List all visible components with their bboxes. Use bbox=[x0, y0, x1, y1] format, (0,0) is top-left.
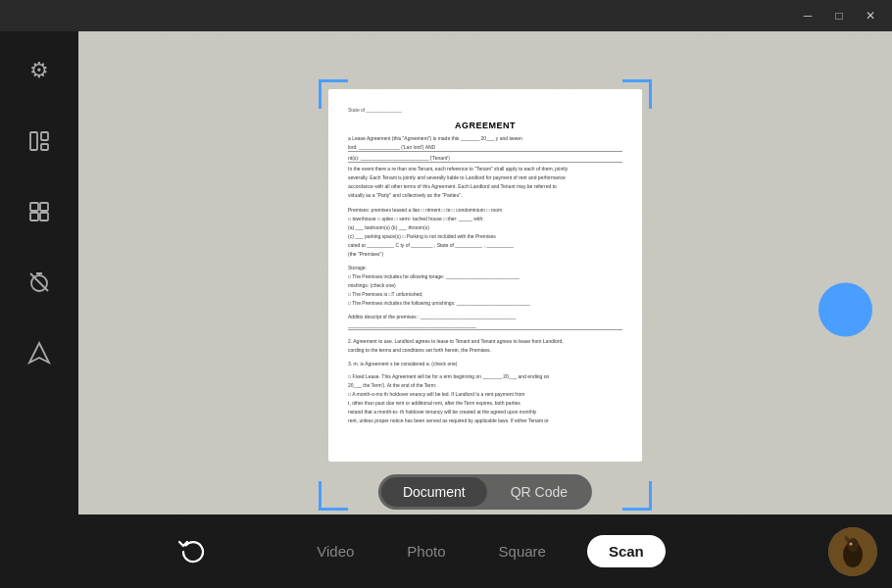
svg-rect-5 bbox=[30, 213, 38, 220]
doc-fixed-6: rent, unless proper notice has been serv… bbox=[348, 417, 622, 424]
document-scan-frame: State of _____________ AGREEMENT a Lease… bbox=[319, 79, 652, 511]
doc-addl-1: Additio descript of the premises : _____… bbox=[348, 314, 622, 320]
doc-premises-6: (the "Premises") bbox=[348, 251, 622, 258]
doc-space-5 bbox=[348, 356, 622, 359]
mode-video[interactable]: Video bbox=[305, 535, 366, 567]
doc-line-tenant: nt(s): _________________________ ('Tenan… bbox=[348, 155, 622, 163]
doc-state-line: State of _____________ bbox=[348, 107, 622, 113]
rotate-button[interactable] bbox=[172, 530, 215, 573]
doc-space-4 bbox=[348, 333, 622, 336]
doc-space-6 bbox=[348, 369, 622, 371]
doc-space-2 bbox=[348, 260, 622, 263]
timer-off-icon[interactable] bbox=[20, 263, 59, 302]
camera-viewport: State of _____________ AGREEMENT a Lease… bbox=[78, 31, 892, 588]
doc-premises-4: (c) ___ parking space(s) □ Parking is no… bbox=[348, 233, 622, 240]
scan-mode-tabs: Document QR Code bbox=[378, 474, 592, 510]
doc-agreement-1: 2. Agreement to ase. Landlord agrees to … bbox=[348, 338, 622, 345]
doc-storage-3: □ The Premises is □T unfurnished; bbox=[348, 291, 622, 298]
corner-bracket-br bbox=[622, 481, 652, 511]
doc-premises-head: Premises: premises leased a ilan □ ntmen… bbox=[348, 207, 622, 214]
svg-rect-2 bbox=[41, 144, 48, 150]
maximize-button[interactable]: □ bbox=[825, 6, 853, 25]
bottom-toolbar: Video Photo Square Scan bbox=[78, 514, 892, 588]
tab-document[interactable]: Document bbox=[381, 477, 487, 507]
svg-rect-3 bbox=[30, 203, 38, 211]
tab-qr-code[interactable]: QR Code bbox=[489, 477, 589, 507]
corner-bracket-bl bbox=[319, 481, 348, 511]
mode-photo[interactable]: Photo bbox=[395, 535, 457, 567]
doc-space-3 bbox=[348, 309, 622, 312]
doc-storage-1: □ The Premises includes he ollowing tora… bbox=[348, 273, 622, 280]
svg-marker-8 bbox=[29, 343, 49, 363]
minimize-button[interactable]: ─ bbox=[794, 6, 821, 25]
doc-line-1: a Lease Agreement (this "Agreement") is … bbox=[348, 135, 622, 142]
settings-icon[interactable]: ⚙ bbox=[20, 51, 59, 90]
doc-line-lord: lord: _______________ ('Lan lord') AND bbox=[348, 144, 622, 152]
doc-para-3: accordance with all other terms of this … bbox=[348, 183, 622, 190]
doc-agreement-2: cording to the terms and conditions set … bbox=[348, 347, 622, 354]
doc-space-1 bbox=[348, 201, 622, 205]
mode-square[interactable]: Square bbox=[487, 535, 558, 567]
doc-fixed-4: t, other than past due rent or additiona… bbox=[348, 400, 622, 407]
doc-para-2: severally. Each Tenant is jointly and se… bbox=[348, 174, 622, 181]
doc-term-1: 3. m. is Agreement s be considered a: (c… bbox=[348, 361, 622, 368]
capture-button[interactable] bbox=[818, 283, 872, 337]
svg-point-12 bbox=[850, 543, 853, 546]
doc-storage-4: □ The Premises includes the following um… bbox=[348, 300, 622, 307]
close-button[interactable]: ✕ bbox=[857, 6, 884, 25]
doc-fixed-1: □ Fixed Lease. This Agreement will be fo… bbox=[348, 373, 622, 380]
capture-mode-list: Video Photo Square Scan bbox=[305, 535, 666, 567]
svg-rect-6 bbox=[40, 213, 48, 220]
doc-fixed-3: □ A month-o-mo th holdover enancy will b… bbox=[348, 391, 622, 398]
doc-addl-2: ________________________________________… bbox=[348, 322, 622, 330]
left-sidebar: ⚙ bbox=[0, 31, 78, 588]
document-preview: State of _____________ AGREEMENT a Lease… bbox=[328, 89, 642, 462]
navigation-icon[interactable] bbox=[20, 333, 59, 372]
doc-para-1: In the event there a re than one Tenant,… bbox=[348, 166, 622, 172]
title-bar: ─ □ ✕ bbox=[0, 0, 892, 31]
grid-icon[interactable] bbox=[20, 192, 59, 231]
doc-para-4: vidually as a "Party" and collectively a… bbox=[348, 192, 622, 199]
svg-rect-1 bbox=[41, 132, 48, 140]
svg-rect-0 bbox=[30, 132, 37, 150]
doc-premises-2: □ townhouse □ uplex □ semi- tached house… bbox=[348, 216, 622, 222]
layout-icon[interactable] bbox=[20, 122, 59, 161]
profile-avatar[interactable] bbox=[828, 527, 877, 576]
doc-fixed-5: nstand that a month-to- th holdover tena… bbox=[348, 409, 622, 416]
doc-fixed-2: 20___ the Term'). At the end of the Term… bbox=[348, 382, 622, 389]
svg-rect-4 bbox=[40, 203, 48, 211]
doc-storage-head: Storage: bbox=[348, 265, 622, 271]
doc-title: AGREEMENT bbox=[348, 121, 622, 130]
avatar-image bbox=[828, 527, 877, 576]
mode-scan[interactable]: Scan bbox=[587, 535, 666, 567]
doc-premises-3: (a) ___ bedroom(s) (b) ___ throom(s) bbox=[348, 224, 622, 231]
doc-storage-2: mishings: (check one) bbox=[348, 282, 622, 289]
doc-premises-5: cated at __________ C ty of ________ , S… bbox=[348, 242, 622, 249]
